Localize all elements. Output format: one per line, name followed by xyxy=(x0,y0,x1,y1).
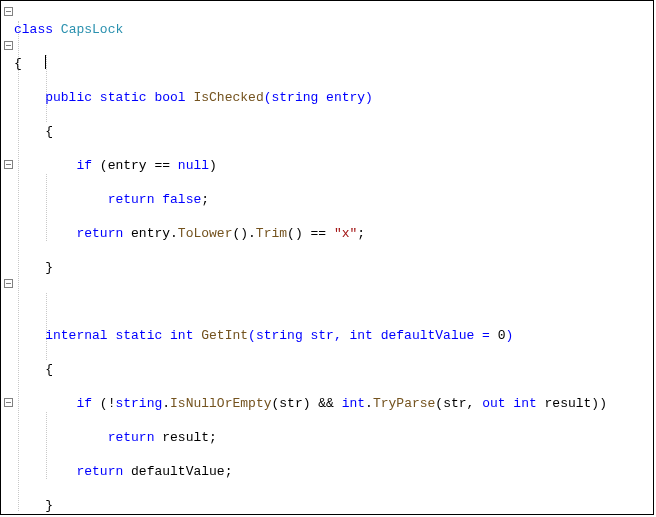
code-line[interactable]: internal static int GetInt(string str, i… xyxy=(14,327,651,344)
code-line[interactable] xyxy=(14,293,651,310)
code-area[interactable]: class CapsLock { public static bool IsCh… xyxy=(14,4,651,517)
code-line[interactable]: if (!string.IsNullOrEmpty(str) && int.Tr… xyxy=(14,395,651,412)
code-line[interactable]: return entry.ToLower().Trim() == "x"; xyxy=(14,225,651,242)
code-editor[interactable]: class CapsLock { public static bool IsCh… xyxy=(0,0,654,515)
fold-toggle[interactable] xyxy=(4,41,13,50)
fold-toggle[interactable] xyxy=(4,7,13,16)
code-line[interactable]: { xyxy=(14,361,651,378)
code-line[interactable]: return false; xyxy=(14,191,651,208)
code-line[interactable]: } xyxy=(14,497,651,514)
code-line[interactable]: { xyxy=(14,123,651,140)
code-line[interactable]: public static bool IsChecked(string entr… xyxy=(14,89,651,106)
fold-toggle[interactable] xyxy=(4,279,13,288)
fold-toggle[interactable] xyxy=(4,160,13,169)
code-line[interactable]: class CapsLock xyxy=(14,21,651,38)
code-line[interactable]: } xyxy=(14,259,651,276)
code-line[interactable]: { xyxy=(14,55,651,72)
fold-toggle[interactable] xyxy=(4,398,13,407)
code-line[interactable]: if (entry == null) xyxy=(14,157,651,174)
text-cursor xyxy=(45,55,46,69)
code-line[interactable]: return result; xyxy=(14,429,651,446)
code-line[interactable]: return defaultValue; xyxy=(14,463,651,480)
